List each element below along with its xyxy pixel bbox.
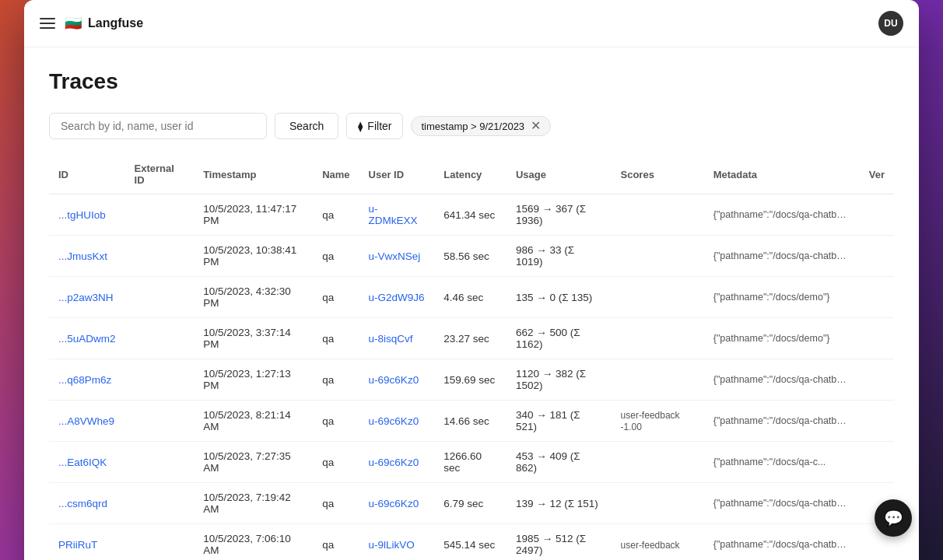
cell-scores: user-feedback [612, 524, 704, 561]
table-row[interactable]: ...p2aw3NH 10/5/2023, 4:32:30 PM qa u-G2… [49, 277, 894, 318]
cell-name: qa [313, 483, 359, 524]
cell-external-id [125, 277, 195, 318]
filter-icon: ⧫ [358, 121, 363, 132]
cell-id[interactable]: PRiiRuT [49, 524, 125, 561]
cell-external-id [125, 524, 195, 561]
cell-name: qa [313, 359, 359, 401]
cell-user-id[interactable]: u-VwxNSej [359, 236, 435, 277]
cell-usage: 1569 → 367 (Σ 1936) [507, 194, 612, 236]
cell-usage: 135 → 0 (Σ 135) [507, 277, 612, 318]
cell-id[interactable]: ...p2aw3NH [49, 277, 125, 318]
cell-latency: 6.79 sec [434, 483, 507, 524]
table-row[interactable]: ...5uADwm2 10/5/2023, 3:37:14 PM qa u-8i… [49, 318, 894, 359]
cell-ver [860, 401, 894, 442]
filter-label: Filter [367, 120, 391, 132]
cell-user-id[interactable]: u-G2dW9J6 [359, 277, 435, 318]
cell-latency: 4.46 sec [434, 277, 507, 318]
cell-user-id[interactable]: u-69c6Kz0 [359, 359, 435, 401]
filter-close-icon[interactable]: ✕ [531, 120, 541, 132]
cell-id[interactable]: ...Eat6IQK [49, 442, 125, 483]
cell-timestamp: 10/5/2023, 10:38:41 PM [194, 236, 313, 277]
cell-user-id[interactable]: u-8isqCvf [359, 318, 435, 359]
cell-ver [860, 236, 894, 277]
hamburger-menu[interactable] [40, 18, 55, 29]
traces-table: ID External ID Timestamp Name User ID La… [49, 155, 894, 560]
col-scores: Scores [612, 155, 704, 194]
cell-name: qa [313, 401, 359, 442]
col-id: ID [49, 155, 125, 194]
cell-usage: 1985 → 512 (Σ 2497) [507, 524, 612, 561]
cell-id[interactable]: ...q68Pm6z [49, 359, 125, 401]
avatar[interactable]: DU [878, 11, 903, 36]
col-metadata: Metadata [704, 155, 860, 194]
cell-timestamp: 10/5/2023, 7:19:42 AM [194, 483, 313, 524]
cell-metadata: {"pathname":"/docs/qa-chatbot"} [704, 483, 860, 524]
col-timestamp: Timestamp [194, 155, 313, 194]
cell-id[interactable]: ...tgHUIob [49, 194, 125, 236]
page-title: Traces [49, 69, 894, 94]
col-usage: Usage [507, 155, 612, 194]
cell-name: qa [313, 194, 359, 236]
table-row[interactable]: ...q68Pm6z 10/5/2023, 1:27:13 PM qa u-69… [49, 359, 894, 401]
cell-ver [860, 359, 894, 401]
cell-latency: 1266.60 sec [434, 442, 507, 483]
cell-id[interactable]: ...csm6qrd [49, 483, 125, 524]
cell-timestamp: 10/5/2023, 11:47:17 PM [194, 194, 313, 236]
cell-timestamp: 10/5/2023, 8:21:14 AM [194, 401, 313, 442]
cell-scores [612, 483, 704, 524]
cell-external-id [125, 194, 195, 236]
cell-metadata: {"pathname":"/docs/qa-chatbot"} [704, 236, 860, 277]
table-row[interactable]: PRiiRuT 10/5/2023, 7:06:10 AM qa u-9lLik… [49, 524, 894, 561]
cell-external-id [125, 359, 195, 401]
cell-id[interactable]: ...5uADwm2 [49, 318, 125, 359]
cell-ver [860, 277, 894, 318]
cell-user-id[interactable]: u-9lLikVO [359, 524, 435, 561]
cell-user-id[interactable]: u-ZDMkEXX [359, 194, 435, 236]
cell-ver [860, 194, 894, 236]
cell-scores [612, 318, 704, 359]
cell-latency: 58.56 sec [434, 236, 507, 277]
cell-metadata: {"pathname":"/docs/qa-chatbot"} [704, 359, 860, 401]
cell-usage: 453 → 409 (Σ 862) [507, 442, 612, 483]
cell-user-id[interactable]: u-69c6Kz0 [359, 401, 435, 442]
cell-metadata: {"pathname":"/docs/qa-chatbot"} [704, 524, 860, 561]
cell-user-id[interactable]: u-69c6Kz0 [359, 442, 435, 483]
cell-usage: 986 → 33 (Σ 1019) [507, 236, 612, 277]
cell-latency: 641.34 sec [434, 194, 507, 236]
cell-latency: 545.14 sec [434, 524, 507, 561]
table-row[interactable]: ...JmusKxt 10/5/2023, 10:38:41 PM qa u-V… [49, 236, 894, 277]
cell-timestamp: 10/5/2023, 7:27:35 AM [194, 442, 313, 483]
table-row[interactable]: ...A8VWhe9 10/5/2023, 8:21:14 AM qa u-69… [49, 401, 894, 442]
table-row[interactable]: ...Eat6IQK 10/5/2023, 7:27:35 AM qa u-69… [49, 442, 894, 483]
cell-metadata: {"pathname":"/docs/demo"} [704, 277, 860, 318]
cell-scores [612, 442, 704, 483]
cell-external-id [125, 236, 195, 277]
table-container: ID External ID Timestamp Name User ID La… [49, 155, 894, 560]
main-content: Traces Search ⧫ Filter timestamp > 9/21/… [24, 47, 919, 560]
topbar-left: 🇧🇬 Langfuse [40, 15, 143, 32]
search-button[interactable]: Search [275, 113, 338, 139]
toolbar: Search ⧫ Filter timestamp > 9/21/2023 ✕ [49, 113, 894, 139]
filter-tag: timestamp > 9/21/2023 ✕ [411, 116, 551, 136]
cell-metadata: {"pathname":"/docs/qa-c... [704, 442, 860, 483]
search-input[interactable] [49, 113, 267, 139]
cell-name: qa [313, 277, 359, 318]
cell-id[interactable]: ...JmusKxt [49, 236, 125, 277]
brand-flag: 🇧🇬 [65, 15, 82, 32]
table-row[interactable]: ...csm6qrd 10/5/2023, 7:19:42 AM qa u-69… [49, 483, 894, 524]
table-row[interactable]: ...tgHUIob 10/5/2023, 11:47:17 PM qa u-Z… [49, 194, 894, 236]
cell-name: qa [313, 318, 359, 359]
cell-scores [612, 236, 704, 277]
cell-timestamp: 10/5/2023, 7:06:10 AM [194, 524, 313, 561]
cell-usage: 139 → 12 (Σ 151) [507, 483, 612, 524]
filter-button[interactable]: ⧫ Filter [346, 113, 403, 139]
col-external-id: External ID [125, 155, 195, 194]
col-user-id: User ID [359, 155, 435, 194]
cell-metadata: {"pathname":"/docs/qa-chatbot"} [704, 401, 860, 442]
cell-id[interactable]: ...A8VWhe9 [49, 401, 125, 442]
cell-scores: user-feedback -1.00 [612, 401, 704, 442]
col-ver: Ver [860, 155, 894, 194]
cell-user-id[interactable]: u-69c6Kz0 [359, 483, 435, 524]
chat-fab[interactable]: 💬 [875, 499, 912, 537]
cell-metadata: {"pathname":"/docs/demo"} [704, 318, 860, 359]
